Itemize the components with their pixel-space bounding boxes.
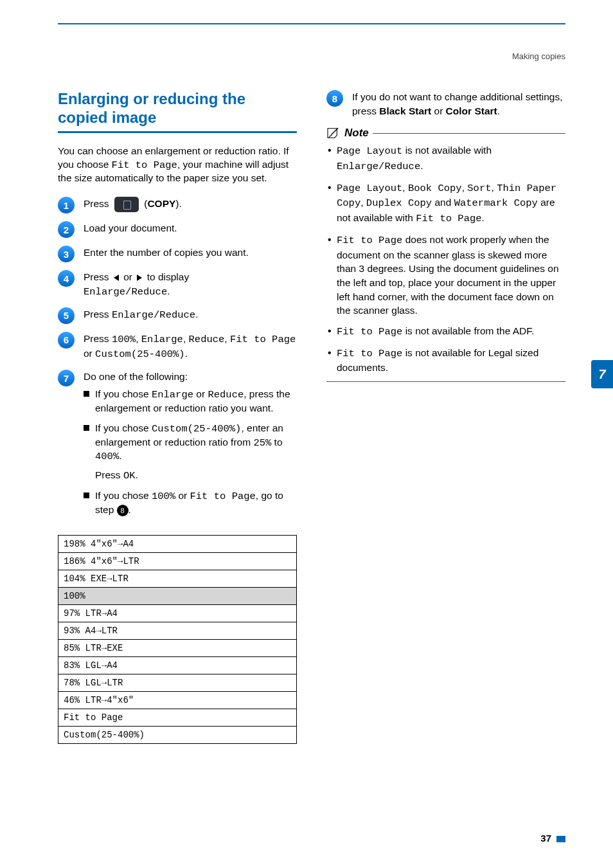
- note-icon: [326, 127, 341, 139]
- ratio-row: 83% LGL→A4: [58, 657, 297, 674]
- ratio-row: 186% 4"x6"→LTR: [58, 553, 297, 570]
- note-end-rule: [326, 381, 565, 382]
- copy-button-icon: [114, 197, 139, 212]
- breadcrumb: Making copies: [512, 51, 565, 61]
- note-list: Page Layout is not available with Enlarg…: [326, 143, 565, 375]
- ratio-row: 100%: [58, 588, 297, 605]
- ratio-row: 198% 4"x6"→A4: [58, 536, 297, 553]
- step-2: 2 Load your document.: [58, 221, 297, 238]
- note-title: Note: [344, 127, 369, 140]
- title-rule: [58, 131, 297, 133]
- note-5: Fit to Page is not available for Legal s…: [326, 346, 565, 375]
- step-badge-8: 8: [326, 90, 343, 107]
- left-arrow-icon: [114, 275, 119, 281]
- step-7a: If you chose Enlarge or Reduce, press th…: [84, 388, 297, 415]
- ratio-row: 46% LTR→4"x6": [58, 692, 297, 709]
- intro-paragraph: You can choose an enlargement or reducti…: [58, 145, 297, 186]
- top-rule: [58, 23, 565, 24]
- step-8: 8 If you do not want to change additiona…: [326, 90, 565, 118]
- step-badge-4: 4: [58, 270, 75, 287]
- step-badge-2: 2: [58, 221, 75, 238]
- step-badge-7: 7: [58, 370, 75, 386]
- step-ref-8: 8: [117, 505, 129, 516]
- note-4: Fit to Page is not available from the AD…: [326, 324, 565, 339]
- step-7b: If you chose Custom(25-400%), enter an e…: [84, 422, 297, 484]
- ratio-row: 93% A4→LTR: [58, 622, 297, 640]
- ratio-row: 78% LGL→LTR: [58, 674, 297, 692]
- ratio-row: 85% LTR→EXE: [58, 640, 297, 657]
- step-1: 1 Press (COPY).: [58, 197, 297, 213]
- section-title: Enlarging or reducing the copied image: [58, 90, 297, 127]
- ratio-row: 97% LTR→A4: [58, 605, 297, 622]
- note-1: Page Layout is not available with Enlarg…: [326, 143, 565, 174]
- right-arrow-icon: [137, 275, 142, 281]
- step-badge-3: 3: [58, 246, 75, 262]
- step-3: 3 Enter the number of copies you want.: [58, 246, 297, 262]
- step-7: 7 Do one of the following: If you chose …: [58, 370, 297, 523]
- ratio-row: Custom(25-400%): [58, 727, 297, 744]
- step-6: 6 Press 100%, Enlarge, Reduce, Fit to Pa…: [58, 332, 297, 362]
- note-2: Page Layout, Book Copy, Sort, Thin Paper…: [326, 181, 565, 226]
- step-badge-1: 1: [58, 197, 75, 213]
- step-7c: If you chose 100% or Fit to Page, go to …: [84, 489, 297, 517]
- note-3: Fit to Page does not work properly when …: [326, 233, 565, 318]
- ratio-table: 198% 4"x6"→A4186% 4"x6"→LTR104% EXE→LTR1…: [58, 535, 297, 744]
- step-5: 5 Press Enlarge/Reduce.: [58, 307, 297, 324]
- ratio-row: Fit to Page: [58, 709, 297, 727]
- page-number: 37: [540, 833, 565, 844]
- ratio-row: 104% EXE→LTR: [58, 570, 297, 588]
- chapter-tab: 7: [591, 360, 613, 388]
- step-4: 4 Press or to display Enlarge/Reduce.: [58, 270, 297, 299]
- step-badge-6: 6: [58, 332, 75, 348]
- note-header: Note: [326, 127, 565, 140]
- step-badge-5: 5: [58, 307, 75, 324]
